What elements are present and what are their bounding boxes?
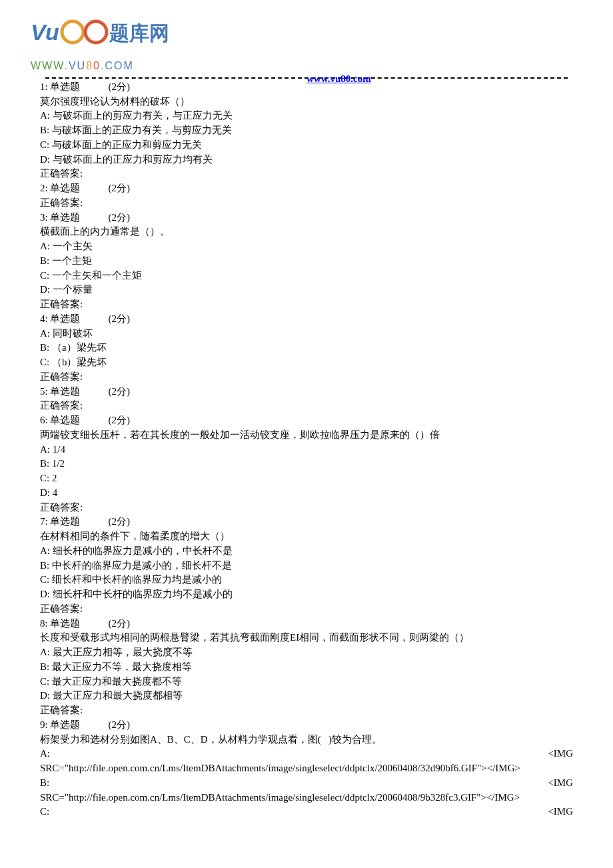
option-c-prefix: C: [40,805,49,819]
q-points: (2分) [108,81,130,92]
svg-point-2 [85,21,107,43]
question-header: 2: 单选题(2分) [40,181,573,196]
option-c: C: 一个主矢和一个主矩 [40,269,573,283]
question-header: 6: 单选题(2分) [40,413,573,428]
answer-label: 正确答案: [40,297,573,312]
option-a: A: 1/4 [40,443,573,457]
document-content: 1: 单选题(2分) 莫尔强度理论认为材料的破坏（） A: 与破坏面上的剪应力有… [0,80,613,819]
q-num: 1: 单选题 [40,81,80,92]
option-a-src: SRC="http://file.open.com.cn/Lms/ItemDBA… [40,761,573,776]
svg-text:题库网: 题库网 [109,22,169,44]
img-tag-text: <IMG [548,747,573,761]
q-points: (2分) [108,386,130,397]
img-tag-text: <IMG [548,776,573,791]
q-num: 8: 单选题 [40,618,80,629]
page-header: Vu 题库网 WWW.VU80.COM www.vu80.com [0,0,613,73]
answer-label: 正确答案: [40,370,573,385]
q-num: 3: 单选题 [40,212,80,223]
answer-label: 正确答案: [40,703,573,718]
option-b-src: SRC="http://file.open.com.cn/Lms/ItemDBA… [40,791,573,805]
question-header: 5: 单选题(2分) [40,385,573,399]
option-a: A: 同时破坏 [40,327,573,341]
svg-text:Vu: Vu [31,19,59,45]
option-c: C: （b）梁先坏 [40,355,573,370]
q-num: 5: 单选题 [40,386,80,397]
option-b: B: 与破坏面上的正应力有关，与剪应力无关 [40,123,573,138]
option-c: C: 最大正应力和最大挠度都不等 [40,675,573,689]
option-a: A: 与破坏面上的剪应力有关，与正应力无关 [40,109,573,123]
question-header: 9: 单选题(2分) [40,718,573,733]
option-b: B: 中长杆的临界应力是减小的，细长杆不是 [40,559,573,573]
q-num: 7: 单选题 [40,516,80,527]
option-d: D: 一个标量 [40,283,573,297]
q-points: (2分) [108,719,130,730]
site-url-link[interactable]: www.vu80.com [306,72,371,87]
option-d: D: 细长杆和中长杆的临界应力均不是减小的 [40,587,573,602]
q-points: (2分) [108,212,130,223]
answer-label: 正确答案: [40,167,573,181]
logo-domain-text: WWW.VU80.COM [31,58,613,73]
option-b: B: 1/2 [40,457,573,471]
question-stem: 桁架受力和选材分别如图A、B、C、D，从材料力学观点看，图( )较为合理。 [40,733,573,747]
svg-point-1 [62,21,83,43]
option-c: C: 与破坏面上的正应力和剪应力无关 [40,138,573,153]
answer-label: 正确答案: [40,196,573,211]
q-num: 6: 单选题 [40,415,80,425]
option-c: C: 2 [40,471,573,486]
option-a-prefix: A: [40,747,50,761]
question-header: 3: 单选题(2分) [40,211,573,225]
q-points: (2分) [108,415,130,425]
question-header: 4: 单选题(2分) [40,312,573,327]
option-a-row: A:<IMG [40,747,573,761]
logo-image: Vu 题库网 [31,16,171,55]
option-b-row: B:<IMG [40,776,573,791]
question-header: 7: 单选题(2分) [40,515,573,529]
option-c-row: C:<IMG [40,805,573,819]
question-header: 8: 单选题(2分) [40,617,573,631]
option-b: B: 最大正应力不等，最大挠度相等 [40,660,573,675]
question-stem: 两端铰支细长压杆，若在其长度的一般处加一活动铰支座，则欧拉临界压力是原来的（）倍 [40,428,573,443]
q-num: 2: 单选题 [40,183,80,193]
option-d: D: 与破坏面上的正应力和剪应力均有关 [40,153,573,167]
answer-label: 正确答案: [40,602,573,617]
option-a: A: 最大正应力相等，最大挠度不等 [40,645,573,660]
option-a: A: 一个主矢 [40,239,573,254]
img-tag-text: <IMG [548,805,573,819]
q-points: (2分) [108,516,130,527]
option-b-prefix: B: [40,776,49,791]
option-d: D: 4 [40,486,573,501]
q-num: 4: 单选题 [40,313,80,324]
question-stem: 横截面上的内力通常是（）。 [40,225,573,239]
option-d: D: 最大正应力和最大挠度都相等 [40,689,573,703]
q-points: (2分) [108,618,130,629]
q-points: (2分) [108,313,130,324]
q-num: 9: 单选题 [40,719,80,730]
site-logo: Vu 题库网 WWW.VU80.COM [31,16,613,73]
option-a: A: 细长杆的临界应力是减小的，中长杆不是 [40,544,573,559]
answer-label: 正确答案: [40,399,573,413]
option-b: B: 一个主矩 [40,254,573,269]
question-stem: 在材料相同的条件下，随着柔度的增大（） [40,529,573,544]
answer-label: 正确答案: [40,501,573,515]
question-stem: 长度和受载形式均相同的两根悬臂梁，若其抗弯截面刚度EI相同，而截面形状不同，则两… [40,631,573,645]
q-points: (2分) [108,183,130,193]
option-b: B: （a）梁先坏 [40,341,573,355]
question-stem: 莫尔强度理论认为材料的破坏（） [40,95,573,109]
option-c: C: 细长杆和中长杆的临界应力均是减小的 [40,573,573,587]
